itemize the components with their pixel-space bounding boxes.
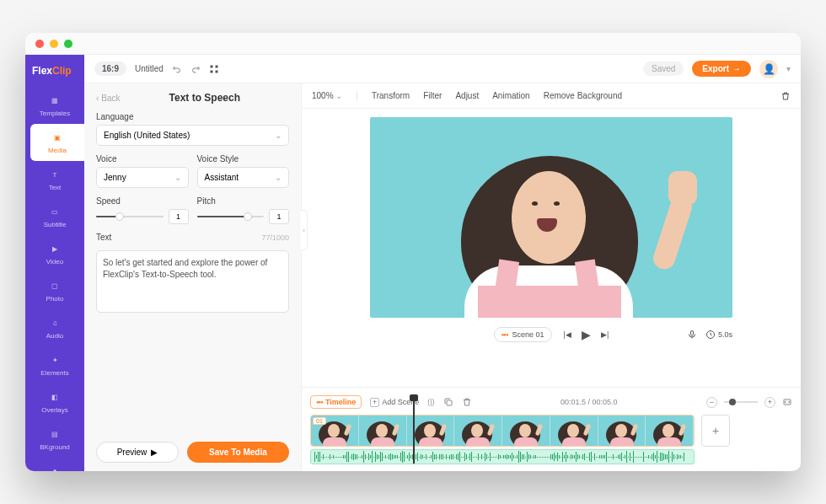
video-clip[interactable] [310, 415, 695, 447]
speed-value[interactable]: 1 [169, 209, 189, 224]
svg-rect-6 [447, 400, 452, 405]
language-select[interactable]: English (United States)⌄ [96, 125, 289, 146]
video-icon: ▶ [48, 242, 62, 255]
timeline-tab[interactable]: ●●●Timeline [310, 395, 362, 409]
text-label: Text [96, 233, 111, 242]
bkground-icon: ▤ [48, 427, 62, 441]
mic-icon[interactable] [687, 330, 697, 340]
voice-label: Voice [96, 154, 189, 164]
timeline-track[interactable]: 01 + [310, 415, 792, 464]
zoom-in-icon[interactable]: + [764, 397, 775, 408]
elements-icon: ✦ [48, 353, 62, 367]
timeline-time: 00:01.5 / 00:05.0 [480, 398, 698, 406]
save-to-media-button[interactable]: Save To Media [187, 442, 289, 463]
text-icon: T [48, 168, 62, 181]
add-clip-button[interactable]: + [701, 415, 730, 447]
sidebar-item-media[interactable]: ▣Media [30, 124, 84, 161]
save-status: Saved [643, 62, 684, 76]
svg-rect-1 [215, 65, 217, 67]
clip-number: 01 [313, 417, 326, 425]
toolbar-transform[interactable]: Transform [372, 91, 410, 100]
toolbar-animation[interactable]: Animation [492, 91, 529, 100]
zoom-slider[interactable] [724, 401, 758, 403]
timeline: ●●●Timeline +Add Scene (|) 00:01.5 / 00:… [302, 387, 801, 471]
panel-title: Text to Speech [121, 92, 289, 104]
play-icon[interactable]: ▶ [582, 328, 591, 341]
toolbar-filter[interactable]: Filter [423, 91, 442, 100]
svg-rect-0 [210, 65, 212, 67]
tts-textarea[interactable]: So let's get started and explore the pow… [96, 250, 289, 313]
speed-slider[interactable] [96, 216, 164, 217]
redo-icon[interactable] [190, 64, 201, 74]
pitch-label: Pitch [197, 196, 290, 206]
titlebar [25, 33, 801, 55]
media-icon: ▣ [51, 131, 64, 144]
subtitle-icon: ▭ [48, 205, 62, 218]
svg-rect-3 [215, 70, 217, 72]
sidebar-item-branding[interactable]: ◆Branding [25, 458, 84, 471]
toolbar-adjust[interactable]: Adjust [455, 91, 479, 100]
fullscreen-icon[interactable] [209, 64, 219, 74]
project-name[interactable]: Untitled [135, 64, 164, 73]
audio-clip[interactable] [310, 449, 695, 464]
speed-label: Speed [96, 196, 189, 206]
undo-icon[interactable] [172, 64, 182, 74]
sidebar-item-audio[interactable]: ♫Audio [25, 309, 84, 346]
export-button[interactable]: Export→ [692, 61, 751, 77]
sidebar: FlexClip ▦Templates▣MediaTText▭Subtitle▶… [25, 55, 84, 471]
sidebar-item-bkground[interactable]: ▤BKground [25, 421, 84, 458]
topbar: 16:9 Untitled Saved Export→ 👤 ▾ [84, 55, 801, 83]
sidebar-item-text[interactable]: TText [25, 161, 84, 198]
avatar[interactable]: 👤 [759, 60, 778, 78]
skip-end-icon[interactable]: ▶| [601, 330, 609, 339]
language-label: Language [96, 112, 289, 121]
sidebar-item-video[interactable]: ▶Video [25, 235, 84, 272]
sidebar-item-templates[interactable]: ▦Templates [25, 87, 84, 124]
zoom-out-icon[interactable]: − [706, 397, 717, 408]
voice-select[interactable]: Jenny⌄ [96, 167, 189, 188]
canvas-preview[interactable] [370, 117, 732, 318]
playhead[interactable] [413, 399, 415, 464]
minimize-dot[interactable] [50, 40, 58, 48]
sidebar-item-overlays[interactable]: ◧Overlays [25, 383, 84, 421]
style-label: Voice Style [197, 154, 290, 164]
aspect-ratio[interactable]: 16:9 [94, 62, 126, 76]
logo: FlexClip [25, 58, 84, 87]
collapse-panel-icon[interactable]: ‹ [301, 210, 308, 250]
sidebar-item-subtitle[interactable]: ▭Subtitle [25, 198, 84, 235]
audio-icon: ♫ [48, 316, 62, 330]
split-icon[interactable]: (|) [427, 398, 434, 406]
templates-icon: ▦ [48, 94, 62, 107]
maximize-dot[interactable] [64, 40, 72, 48]
sidebar-item-elements[interactable]: ✦Elements [25, 346, 84, 383]
char-counter: 77/1000 [261, 233, 289, 242]
delete-icon[interactable] [780, 91, 791, 101]
pitch-slider[interactable] [197, 216, 265, 217]
skip-start-icon[interactable]: |◀ [564, 330, 571, 339]
sidebar-item-photo[interactable]: ▢Photo [25, 272, 84, 309]
tts-panel: ‹ Back Text to Speech Language English (… [84, 83, 302, 471]
back-button[interactable]: ‹ Back [96, 94, 121, 103]
duration: 5.0s [705, 330, 732, 340]
branding-icon: ◆ [48, 464, 62, 471]
timeline-delete-icon[interactable] [462, 397, 472, 407]
fit-icon[interactable] [782, 397, 792, 407]
svg-rect-4 [690, 331, 693, 336]
copy-icon[interactable] [443, 397, 453, 407]
svg-rect-2 [210, 70, 212, 72]
pitch-value[interactable]: 1 [269, 209, 289, 224]
overlays-icon: ◧ [48, 390, 62, 404]
zoom-select[interactable]: 100% ⌄ [312, 91, 342, 100]
preview-button[interactable]: Preview▶ [96, 442, 179, 463]
photo-icon: ▢ [48, 279, 62, 292]
scene-selector[interactable]: ●●●Scene 01 [494, 327, 552, 342]
stage-toolbar: 100% ⌄ | TransformFilterAdjustAnimationR… [302, 83, 801, 109]
style-select[interactable]: Assistant⌄ [197, 167, 290, 188]
close-dot[interactable] [35, 40, 44, 48]
toolbar-remove-background[interactable]: Remove Background [544, 91, 622, 100]
chevron-down-icon[interactable]: ▾ [786, 64, 791, 73]
